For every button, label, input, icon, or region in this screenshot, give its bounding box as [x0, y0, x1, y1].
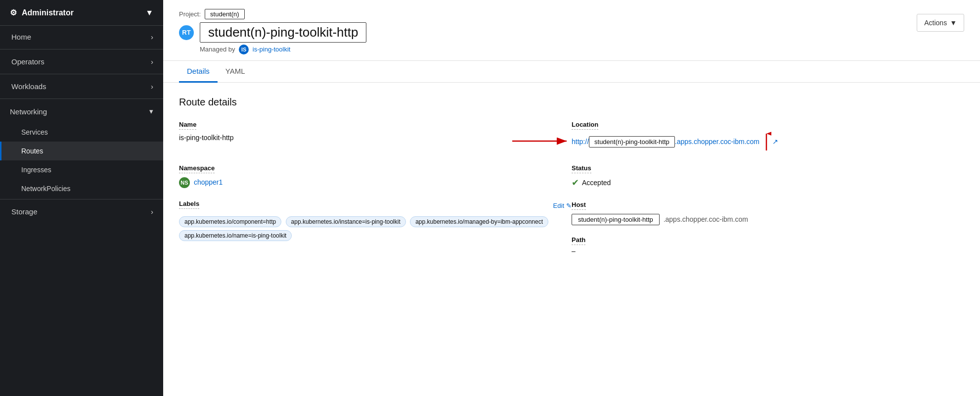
- route-details-title: Route details: [179, 97, 964, 108]
- project-label: Project:: [179, 10, 201, 18]
- sidebar-item-label: Home: [11, 33, 31, 41]
- check-circle-icon: ✔: [572, 177, 579, 188]
- sidebar-item-routes[interactable]: Routes: [0, 142, 163, 160]
- sidebar-divider: [0, 199, 163, 199]
- status-block: Status ✔ Accepted: [572, 163, 964, 200]
- topbar-left: Project: student(n) RT student(n)-ping-t…: [179, 9, 366, 60]
- sidebar-divider: [0, 74, 163, 74]
- namespace-link[interactable]: chopper1: [194, 178, 223, 186]
- label-chip: app.kubernetes.io/instance=is-ping-toolk…: [286, 216, 406, 227]
- chevron-down-icon: ▼: [145, 8, 153, 17]
- sidebar-title: ⚙ Administrator: [10, 8, 74, 17]
- tab-details[interactable]: Details: [179, 61, 218, 83]
- label-chips-container: app.kubernetes.io/component=http app.kub…: [179, 215, 572, 243]
- route-title-row: RT student(n)-ping-toolkit-http: [179, 22, 366, 43]
- sidebar-item-label: Routes: [21, 147, 43, 155]
- host-label: Host: [572, 201, 586, 210]
- chevron-right-icon: ›: [151, 207, 153, 216]
- project-line: Project: student(n): [179, 9, 366, 19]
- namespace-label: Namespace: [179, 164, 215, 173]
- location-value: http:// student(n)-ping-toolkit-http .ap…: [572, 132, 964, 151]
- sidebar-item-storage[interactable]: Storage ›: [0, 200, 163, 223]
- chevron-right-icon: ›: [151, 82, 153, 91]
- ns-badge: NS: [179, 177, 190, 188]
- details-grid: Name is-ping-toolkit-http Location http:…: [179, 120, 964, 267]
- sidebar-item-label: Operators: [11, 57, 45, 66]
- name-label: Name: [179, 121, 196, 130]
- status-value: ✔ Accepted: [572, 177, 964, 188]
- sidebar-item-label: Services: [21, 128, 48, 136]
- chevron-right-icon: ›: [151, 57, 153, 66]
- path-block: Path –: [572, 235, 964, 255]
- location-prefix: http://: [572, 138, 589, 146]
- managed-by-text: Managed by: [200, 46, 235, 53]
- path-value: –: [572, 247, 964, 255]
- sidebar-item-home[interactable]: Home ›: [0, 26, 163, 48]
- managed-link[interactable]: is-ping-toolkit: [253, 46, 291, 53]
- project-badge[interactable]: student(n): [205, 9, 245, 19]
- sidebar-item-networkpolicies[interactable]: NetworkPolicies: [0, 179, 163, 198]
- namespace-block: Namespace NS chopper1: [179, 163, 572, 200]
- namespace-value: NS chopper1: [179, 177, 572, 188]
- ext-link-icon[interactable]: ↗: [772, 138, 778, 146]
- host-suffix: .apps.chopper.coc-ibm.com: [664, 215, 748, 223]
- rt-badge: RT: [179, 25, 194, 40]
- sidebar-item-label: Workloads: [11, 82, 46, 91]
- sidebar-divider: [0, 49, 163, 50]
- name-value: is-ping-toolkit-http: [179, 134, 572, 142]
- sidebar-item-networking[interactable]: Networking ▾: [0, 100, 163, 123]
- sidebar-divider: [0, 99, 163, 99]
- labels-header: Labels Edit ✎: [179, 200, 572, 211]
- tabs-bar: Details YAML: [163, 61, 980, 83]
- label-chip: app.kubernetes.io/name=is-ping-toolkit: [179, 230, 292, 241]
- tab-yaml[interactable]: YAML: [218, 61, 253, 83]
- sidebar-item-label: Networking: [10, 107, 47, 116]
- sidebar: ⚙ Administrator ▼ Home › Operators › Wor…: [0, 0, 163, 396]
- host-box: student(n)-ping-toolkit-http: [572, 214, 660, 225]
- sidebar-item-operators[interactable]: Operators ›: [0, 50, 163, 73]
- sidebar-item-workloads[interactable]: Workloads ›: [0, 75, 163, 98]
- chevron-right-icon: ›: [151, 33, 153, 41]
- location-box: student(n)-ping-toolkit-http: [589, 136, 675, 148]
- sidebar-title-text: Administrator: [22, 8, 74, 17]
- actions-button[interactable]: Actions ▼: [917, 14, 964, 32]
- label-chip: app.kubernetes.io/component=http: [179, 216, 281, 227]
- chevron-down-icon: ▼: [950, 19, 957, 27]
- sidebar-item-ingresses[interactable]: Ingresses: [0, 160, 163, 179]
- sidebar-item-label: NetworkPolicies: [21, 185, 71, 193]
- labels-block: Labels Edit ✎ app.kubernetes.io/componen…: [179, 200, 572, 267]
- actions-label: Actions: [924, 19, 947, 27]
- sidebar-item-label: Ingresses: [21, 166, 51, 174]
- arrow-up-indicator: [761, 132, 771, 151]
- sidebar-header[interactable]: ⚙ Administrator ▼: [0, 0, 163, 26]
- content-area: Route details Name is-ping-toolkit-http: [163, 83, 980, 396]
- status-label: Status: [572, 164, 591, 173]
- edit-labels-link[interactable]: Edit ✎: [553, 202, 572, 209]
- location-block: Location http:// student(n)-ping-toolkit…: [572, 120, 964, 163]
- topbar: Project: student(n) RT student(n)-ping-t…: [163, 0, 980, 61]
- host-value: student(n)-ping-toolkit-http .apps.chopp…: [572, 214, 964, 225]
- gear-icon: ⚙: [10, 8, 17, 17]
- sidebar-item-services[interactable]: Services: [0, 123, 163, 142]
- host-path-block: Host student(n)-ping-toolkit-http .apps.…: [572, 200, 964, 267]
- name-block: Name is-ping-toolkit-http: [179, 120, 572, 163]
- main-content: Project: student(n) RT student(n)-ping-t…: [163, 0, 980, 396]
- location-suffix: .apps.chopper.coc-ibm.com: [675, 138, 759, 146]
- labels-label: Labels: [179, 200, 199, 209]
- is-badge: IS: [239, 45, 249, 54]
- location-label: Location: [572, 121, 598, 130]
- path-label: Path: [572, 236, 585, 245]
- managed-by-line: Managed by IS is-ping-toolkit: [200, 45, 366, 54]
- chevron-down-icon: ▾: [149, 107, 153, 116]
- sidebar-item-label: Storage: [11, 207, 38, 216]
- route-title: student(n)-ping-toolkit-http: [200, 22, 366, 43]
- edit-icon: ✎: [566, 202, 572, 209]
- label-chip: app.kubernetes.io/managed-by=ibm-appconn…: [410, 216, 548, 227]
